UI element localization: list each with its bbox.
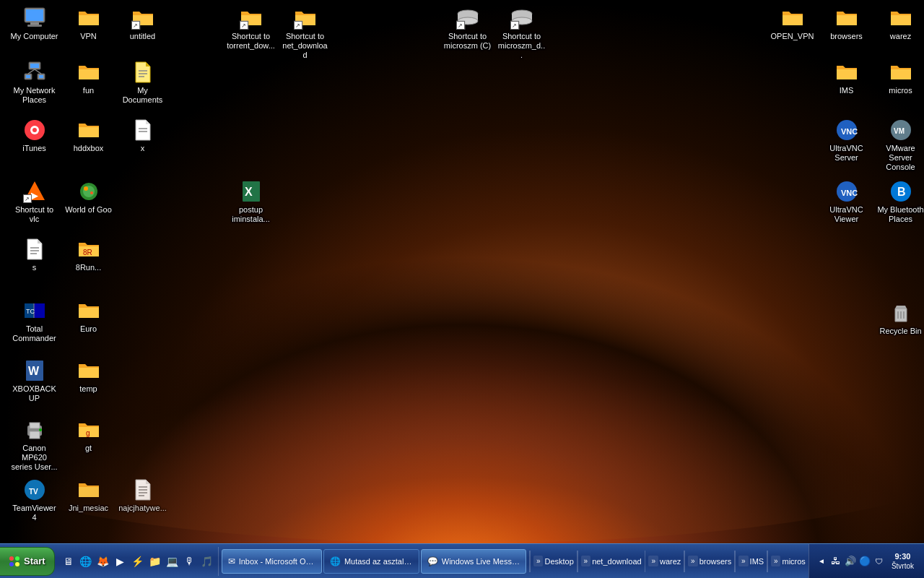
svg-point-70 xyxy=(25,480,45,500)
firefox-icon[interactable]: 🦊 xyxy=(95,553,111,569)
desktop-icon-warez[interactable]: warez xyxy=(873,4,924,44)
ventrilo-icon[interactable]: 🎙 xyxy=(182,553,198,569)
taskbar-overflow-browsers[interactable]: » xyxy=(688,556,698,566)
desktop-icon-recycle-bin[interactable]: Recycle Bin xyxy=(873,298,924,339)
desktop-icon-temp[interactable]: temp xyxy=(61,356,116,397)
desktop-icon-canon-mp620[interactable]: Canon MP620 series User... xyxy=(7,415,61,475)
itunes-icon xyxy=(23,118,46,142)
taskbar-browsers-label[interactable]: browsers xyxy=(699,557,732,566)
desktop-icon-shortcut-net-download[interactable]: ↗↗Shortcut to net_download xyxy=(278,4,332,64)
desktop-icon-open-vpn[interactable]: OPEN_VPN xyxy=(765,4,819,44)
desktop-icon-my-documents[interactable]: My Documents xyxy=(116,58,170,108)
tray-expand[interactable]: ◄ xyxy=(815,555,828,568)
my-network-places-label: My Network Places xyxy=(10,86,58,105)
tray-volume[interactable]: 🔊 xyxy=(844,555,857,568)
tray-security[interactable]: 🛡 xyxy=(873,555,886,568)
desktop-icon-shortcut-vlc[interactable]: ▶↗Shortcut to vlc xyxy=(7,177,61,227)
desktop-icon-shortcut-microszm-c[interactable]: ↗↗Shortcut to microszm (C) xyxy=(440,4,494,53)
taskbar-outlook[interactable]: ✉ Inbox - Microsoft Outlook xyxy=(222,549,322,574)
desktop-icon-browsers[interactable]: browsers xyxy=(819,4,873,44)
taskbar-desktop-label[interactable]: Desktop xyxy=(544,557,573,566)
desktop-icon-total-commander[interactable]: TCTotal Commander xyxy=(7,296,61,346)
taskbar-overflow-netdownload[interactable]: » xyxy=(581,556,591,566)
svg-text:8R: 8R xyxy=(83,249,92,256)
clock[interactable]: 9:30 Štvrtok xyxy=(887,551,918,571)
svg-point-68 xyxy=(39,428,42,431)
desktop-icon-vpn[interactable]: VPN xyxy=(61,4,116,44)
taskbar-netdownload-label[interactable]: net_download xyxy=(592,557,642,566)
desktop-icon-ultravnc-server[interactable]: VNCUltraVNC Server xyxy=(819,116,873,165)
taskbar-overflow-warez[interactable]: » xyxy=(648,556,658,566)
desktop-icon-shortcut-microszm-d[interactable]: ↗↗Shortcut to microszm_d... xyxy=(494,4,549,64)
recycle-bin-label: Recycle Bin xyxy=(879,327,921,336)
desktop-icon-xboxbackup[interactable]: WXBOXBACKUP xyxy=(7,356,61,406)
svg-text:TV: TV xyxy=(29,488,38,496)
desktop-icon-fun[interactable]: fun xyxy=(61,58,116,98)
start-button[interactable]: Start xyxy=(0,547,55,576)
tray-bluetooth[interactable]: 🔵 xyxy=(858,555,871,568)
desktop-icon-s[interactable]: s xyxy=(7,235,61,275)
tray-network[interactable]: 🖧 xyxy=(829,555,842,568)
desktop-icon-najcjhatywe[interactable]: najcjhatywe... xyxy=(116,475,170,516)
show-desktop-icon[interactable]: 🖥 xyxy=(61,553,77,569)
taskbar-separator-1 xyxy=(529,551,531,572)
thunderbird-icon[interactable]: ⚡ xyxy=(130,553,146,569)
desktop-icon-my-network-places[interactable]: My Network Places xyxy=(7,58,61,108)
desktop-icon-untitled[interactable]: ↗↗untitled xyxy=(116,4,170,44)
desktop-icon-euro[interactable]: Euro xyxy=(61,296,116,337)
desktop-icon-world-of-goo[interactable]: World of Goo xyxy=(61,177,116,217)
temp-label: temp xyxy=(79,384,97,394)
desktop-icon-postup-iminstala[interactable]: Xpostup iminstala... xyxy=(224,177,278,227)
winamp-icon[interactable]: 🎵 xyxy=(199,553,215,569)
desktop-icon-jni-mesiac[interactable]: Jni_mesiac xyxy=(61,475,116,516)
my-computer-label: My Computer xyxy=(10,32,58,41)
svg-point-33 xyxy=(32,128,37,132)
taskbar-separator-5 xyxy=(734,551,736,572)
najcjhatywe-icon xyxy=(131,478,154,501)
taskbar-messenger[interactable]: 💬 Windows Live Messenger xyxy=(421,549,526,574)
taskbar-overflow-desktop[interactable]: » xyxy=(533,556,544,566)
svg-rect-67 xyxy=(30,431,40,439)
my-documents-label: My Documents xyxy=(118,86,167,105)
taskbar-micros-label[interactable]: micros xyxy=(782,557,805,566)
najcjhatywe-label: najcjhatywe... xyxy=(118,504,167,513)
desktop-icon-micros[interactable]: micros xyxy=(873,58,924,98)
ie-icon[interactable]: 🌐 xyxy=(78,553,94,569)
svg-text:▶: ▶ xyxy=(31,191,38,201)
euro-label: Euro xyxy=(80,324,97,334)
shortcut-microszm-c-icon: ↗↗ xyxy=(456,7,479,30)
svg-rect-63 xyxy=(26,361,43,381)
taskbar-mutasd[interactable]: 🌐 Mutasd az asztalod, ... xyxy=(323,549,419,574)
desktop-icon-ultravnc-viewer[interactable]: VNCUltraVNC Viewer xyxy=(819,177,873,227)
taskbar-overflow-ims[interactable]: » xyxy=(738,556,749,566)
shortcut-arrow-icon: ↗ xyxy=(510,21,519,30)
taskbar-ims-label[interactable]: IMS xyxy=(750,557,764,566)
desktop-icon-my-computer[interactable]: My Computer xyxy=(7,4,61,44)
shortcut-arrow-icon: ↗ xyxy=(456,21,465,30)
shortcut-arrow-icon: ↗ xyxy=(240,21,248,30)
filezilla-icon[interactable]: 📁 xyxy=(147,553,163,569)
putty-icon[interactable]: 💻 xyxy=(165,553,180,569)
media-icon[interactable]: ▶ xyxy=(113,553,128,569)
desktop-icon-vmware-server-console[interactable]: VMVMware Server Console xyxy=(873,116,924,176)
micros-icon xyxy=(889,61,912,84)
euro-icon xyxy=(77,299,100,322)
desktop-icon-8run[interactable]: 8R8Run... xyxy=(61,235,116,275)
desktop-icon-shortcut-torrent-down[interactable]: ↗↗Shortcut to torrent_dow... xyxy=(224,4,278,53)
my-bluetooth-places-icon: B xyxy=(889,180,912,203)
my-computer-icon xyxy=(23,7,46,30)
shortcut-microszm-c-label: Shortcut to microszm (C) xyxy=(443,32,492,51)
open-vpn-icon xyxy=(781,7,804,30)
taskbar-separator-4 xyxy=(684,551,685,572)
desktop-icon-hddxbox[interactable]: hddxbox xyxy=(61,116,116,156)
desktop-icon-itunes[interactable]: iTunes xyxy=(7,116,61,156)
taskbar-warez-label[interactable]: warez xyxy=(660,557,681,566)
shortcut-torrent-down-icon: ↗↗ xyxy=(240,7,263,30)
desktop-icon-teamviewer4[interactable]: TVTeamViewer 4 xyxy=(7,475,61,525)
desktop-icon-my-bluetooth-places[interactable]: BMy Bluetooth Places xyxy=(873,177,924,227)
recycle-bin-icon xyxy=(889,301,912,324)
desktop-icon-x[interactable]: x xyxy=(116,116,170,156)
desktop-icon-ims[interactable]: IMS xyxy=(819,58,873,98)
desktop-icon-gt[interactable]: ggt xyxy=(61,415,116,456)
taskbar-overflow-micros[interactable]: » xyxy=(771,556,781,566)
